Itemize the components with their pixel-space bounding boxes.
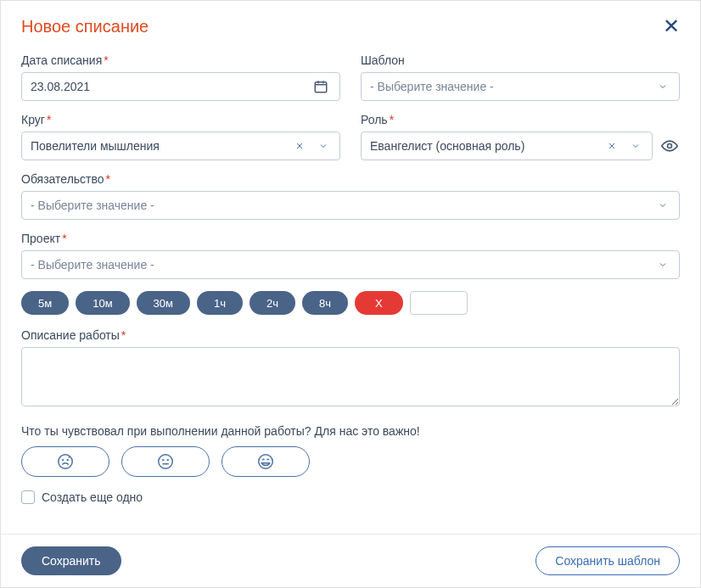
feelings-prompt: Что ты чувствовал при выполнении данной … (21, 424, 680, 438)
required-mark: * (62, 232, 66, 245)
svg-point-7 (167, 460, 168, 461)
duration-row: 5м 10м 30м 1ч 2ч 8ч X (21, 291, 680, 315)
save-template-button[interactable]: Сохранить шаблон (536, 546, 680, 575)
template-select[interactable]: - Выберите значение - (361, 72, 680, 101)
circle-label-text: Круг (21, 113, 45, 126)
duration-custom-input[interactable] (410, 291, 468, 315)
template-label: Шаблон (361, 53, 680, 67)
svg-point-4 (67, 460, 68, 461)
feeling-sad-button[interactable] (21, 446, 109, 477)
project-label-text: Проект (21, 232, 60, 245)
svg-point-6 (163, 460, 164, 461)
role-label: Роль* (361, 113, 680, 126)
eye-icon (661, 137, 678, 154)
svg-point-5 (159, 455, 173, 469)
field-template: Шаблон - Выберите значение - (361, 53, 680, 101)
duration-pill-30m[interactable]: 30м (137, 291, 190, 315)
feeling-happy-button[interactable] (222, 446, 310, 477)
field-role: Роль* Евангелист (основная роль) (361, 113, 680, 160)
create-another-checkbox[interactable] (21, 490, 35, 504)
svg-point-1 (668, 144, 672, 148)
calendar-icon[interactable] (306, 72, 335, 101)
field-obligation: Обязательство* - Выберите значение - (21, 172, 680, 220)
svg-rect-0 (315, 82, 327, 92)
required-mark: * (104, 53, 108, 67)
duration-pill-1h[interactable]: 1ч (197, 291, 243, 315)
view-role-button[interactable] (659, 132, 680, 160)
description-label: Описание работы* (21, 328, 680, 342)
project-label: Проект* (21, 232, 680, 245)
modal-title: Новое списание (21, 17, 149, 36)
save-button[interactable]: Сохранить (21, 546, 121, 575)
date-input[interactable] (21, 72, 340, 101)
description-label-text: Описание работы (21, 328, 120, 342)
face-happy-icon (256, 452, 275, 471)
obligation-label-text: Обязательство (21, 172, 104, 186)
field-circle: Круг* Повелители мышления (21, 113, 340, 160)
duration-clear-button[interactable]: X (355, 291, 403, 315)
required-mark: * (390, 113, 394, 126)
duration-pill-10m[interactable]: 10м (76, 291, 129, 315)
close-icon: ✕ (663, 14, 680, 37)
svg-point-8 (259, 455, 273, 469)
create-another-row: Создать еще одно (21, 490, 680, 504)
description-textarea[interactable] (21, 347, 680, 406)
feelings-row (21, 446, 680, 477)
date-label: Дата списания* (21, 53, 340, 67)
circle-label: Круг* (21, 113, 340, 126)
required-mark: * (47, 113, 51, 126)
chevron-down-icon[interactable] (651, 72, 675, 101)
project-select[interactable]: - Выберите значение - (21, 250, 680, 279)
duration-pill-5m[interactable]: 5м (21, 291, 69, 315)
create-another-label: Создать еще одно (42, 490, 143, 504)
field-date: Дата списания* (21, 53, 340, 101)
required-mark: * (121, 328, 126, 342)
obligation-label: Обязательство* (21, 172, 680, 186)
modal-header: Новое списание ✕ (1, 1, 700, 45)
field-project: Проект* - Выберите значение - (21, 232, 680, 279)
clear-icon[interactable] (600, 132, 624, 160)
modal-body: Дата списания* Шаблон - Выберите значени… (1, 45, 700, 534)
date-label-text: Дата списания (21, 53, 102, 67)
svg-point-2 (59, 455, 73, 469)
chevron-down-icon[interactable] (624, 132, 648, 160)
chevron-down-icon[interactable] (651, 191, 675, 220)
modal-new-writeoff: Новое списание ✕ Дата списания* Шаблон (0, 0, 701, 588)
face-sad-icon (56, 452, 75, 471)
field-description: Описание работы* (21, 328, 680, 409)
svg-point-3 (63, 460, 64, 461)
required-mark: * (106, 172, 110, 186)
chevron-down-icon[interactable] (651, 250, 675, 279)
obligation-select[interactable]: - Выберите значение - (21, 191, 680, 220)
duration-pill-8h[interactable]: 8ч (302, 291, 348, 315)
modal-footer: Сохранить Сохранить шаблон (1, 534, 700, 587)
chevron-down-icon[interactable] (311, 132, 335, 160)
clear-icon[interactable] (288, 132, 311, 160)
close-button[interactable]: ✕ (663, 16, 680, 36)
role-label-text: Роль (361, 113, 388, 126)
face-neutral-icon (156, 452, 175, 471)
feeling-neutral-button[interactable] (121, 446, 210, 477)
duration-pill-2h[interactable]: 2ч (250, 291, 295, 315)
